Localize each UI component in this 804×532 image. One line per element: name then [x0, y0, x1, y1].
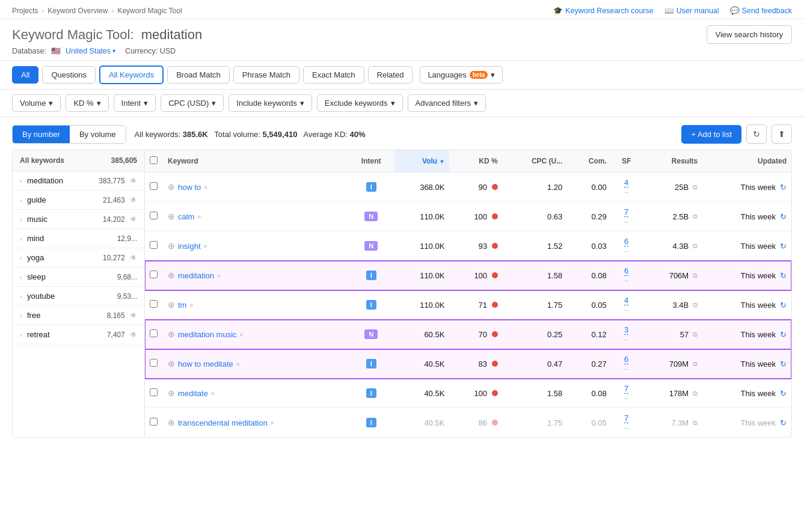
- refresh-row-icon[interactable]: ↻: [780, 418, 787, 427]
- country-selector[interactable]: United States ▾: [66, 47, 115, 55]
- updated-cell: This week ↻: [707, 301, 787, 310]
- copy-icon[interactable]: ⧉: [693, 183, 698, 191]
- add-to-list-button[interactable]: + Add to list: [681, 125, 741, 144]
- copy-icon[interactable]: ⧉: [693, 301, 698, 309]
- refresh-row-icon[interactable]: ↻: [780, 330, 787, 339]
- select-all-checkbox[interactable]: [150, 156, 158, 164]
- sf-value[interactable]: 6: [624, 266, 628, 276]
- refresh-row-icon[interactable]: ↻: [780, 271, 787, 280]
- row-checkbox[interactable]: [150, 418, 158, 426]
- header-volume[interactable]: Volu ▼: [394, 150, 449, 173]
- row-checkbox[interactable]: [150, 241, 158, 249]
- cpc-value: 1.75: [547, 418, 562, 427]
- header-cpc: CPC (U...: [503, 150, 568, 173]
- tab-all[interactable]: All: [12, 66, 38, 84]
- kd-dropdown[interactable]: KD % ▾: [66, 94, 108, 112]
- sf-value[interactable]: 4: [624, 178, 628, 188]
- volume-dropdown[interactable]: Volume ▾: [12, 94, 61, 112]
- updated-cell: This week ↻: [707, 271, 787, 280]
- refresh-row-icon[interactable]: ↻: [780, 183, 787, 192]
- row-checkbox[interactable]: [150, 271, 158, 278]
- keyword-cell: ⊕ meditation »: [168, 271, 343, 280]
- user-manual-link[interactable]: 📖 User manual: [664, 6, 719, 15]
- copy-icon[interactable]: ⧉: [693, 242, 698, 250]
- copy-icon[interactable]: ⧉: [693, 331, 698, 338]
- row-checkbox[interactable]: [150, 388, 158, 396]
- include-keywords-dropdown[interactable]: Include keywords ▾: [229, 94, 311, 112]
- breadcrumb-projects[interactable]: Projects: [12, 7, 38, 15]
- by-volume-button[interactable]: By volume: [70, 126, 126, 143]
- keyword-link[interactable]: transcendental meditation: [178, 418, 268, 427]
- sidebar-item[interactable]: › free 8,165 👁: [13, 306, 144, 325]
- keyword-course-link[interactable]: 🎓 Keyword Research course: [553, 6, 654, 15]
- sidebar-item[interactable]: › sleep 9,68...: [13, 268, 144, 287]
- eye-icon[interactable]: 👁: [130, 311, 137, 320]
- sf-value[interactable]: 6: [624, 355, 628, 364]
- keyword-link[interactable]: meditate: [178, 389, 208, 398]
- eye-icon[interactable]: 👁: [130, 254, 137, 262]
- copy-icon[interactable]: ⧉: [693, 272, 698, 280]
- exclude-keywords-dropdown[interactable]: Exclude keywords ▾: [317, 94, 403, 112]
- updated-value: This week: [740, 271, 776, 280]
- sidebar-item[interactable]: › retreat 7,407 👁: [13, 325, 144, 344]
- breadcrumb-keyword-overview[interactable]: Keyword Overview: [48, 7, 108, 15]
- copy-icon[interactable]: ⧉: [693, 419, 698, 427]
- sidebar-item[interactable]: › music 14,202 👁: [13, 210, 144, 229]
- sf-value[interactable]: 7: [624, 207, 628, 217]
- sidebar-item[interactable]: › guide 21,463 👁: [13, 191, 144, 210]
- refresh-row-icon[interactable]: ↻: [780, 301, 787, 310]
- refresh-row-icon[interactable]: ↻: [780, 212, 787, 221]
- tab-exact-match[interactable]: Exact Match: [303, 66, 364, 84]
- refresh-row-icon[interactable]: ↻: [780, 389, 787, 398]
- eye-icon[interactable]: 👁: [130, 331, 137, 339]
- keyword-link[interactable]: how to: [178, 183, 201, 192]
- sidebar-expand-icon: ›: [20, 216, 22, 223]
- keyword-link[interactable]: meditation: [178, 271, 214, 280]
- keyword-cell: ⊕ how to »: [168, 182, 343, 192]
- results-value: 178M: [669, 389, 689, 398]
- keyword-link[interactable]: how to meditate: [178, 359, 233, 368]
- row-checkbox[interactable]: [150, 329, 158, 337]
- advanced-filters-dropdown[interactable]: Advanced filters ▾: [408, 94, 486, 112]
- refresh-row-icon[interactable]: ↻: [780, 359, 787, 368]
- tab-related[interactable]: Related: [368, 66, 413, 84]
- refresh-row-icon[interactable]: ↻: [780, 242, 787, 251]
- tab-questions[interactable]: Questions: [42, 66, 96, 84]
- eye-icon[interactable]: 👁: [130, 177, 137, 185]
- eye-icon[interactable]: 👁: [130, 215, 137, 224]
- copy-icon[interactable]: ⧉: [693, 360, 698, 368]
- by-number-button[interactable]: By number: [13, 126, 70, 143]
- sf-value[interactable]: 3: [624, 325, 628, 335]
- eye-icon[interactable]: 👁: [130, 196, 137, 204]
- sidebar-item[interactable]: › meditation 383,775 👁: [13, 171, 144, 191]
- row-checkbox[interactable]: [150, 300, 158, 308]
- languages-button[interactable]: Languages beta ▾: [420, 66, 503, 84]
- sf-value[interactable]: 4: [624, 296, 628, 305]
- cpc-dropdown[interactable]: CPC (USD) ▾: [161, 94, 224, 112]
- sf-value[interactable]: 6: [624, 237, 628, 246]
- view-history-button[interactable]: View search history: [707, 25, 792, 44]
- keyword-link[interactable]: meditation music: [178, 330, 237, 339]
- copy-icon[interactable]: ⧉: [693, 390, 698, 397]
- tab-all-keywords[interactable]: All Keywords: [99, 66, 164, 84]
- row-checkbox[interactable]: [150, 182, 158, 190]
- refresh-button[interactable]: ↻: [746, 124, 767, 144]
- keyword-link[interactable]: tm: [178, 301, 186, 310]
- send-feedback-link[interactable]: 💬 Send feedback: [730, 6, 792, 15]
- search-keyword: meditation: [141, 27, 203, 42]
- results-cell: 7.3M ⧉: [646, 418, 698, 427]
- intent-dropdown[interactable]: Intent ▾: [114, 94, 156, 112]
- row-checkbox[interactable]: [150, 359, 158, 367]
- copy-icon[interactable]: ⧉: [693, 213, 698, 221]
- row-checkbox[interactable]: [150, 212, 158, 219]
- keyword-link[interactable]: calm: [178, 212, 194, 221]
- sf-value[interactable]: 7: [624, 384, 628, 394]
- export-button[interactable]: ⬆: [772, 124, 792, 144]
- sidebar-item[interactable]: › youtube 9,53...: [13, 287, 144, 306]
- tab-broad-match[interactable]: Broad Match: [167, 66, 230, 84]
- sf-value[interactable]: 7: [624, 414, 628, 423]
- keyword-link[interactable]: insight: [178, 242, 201, 251]
- sidebar-item[interactable]: › yoga 10,272 👁: [13, 248, 144, 268]
- sidebar-item[interactable]: › mind 12,9...: [13, 229, 144, 248]
- tab-phrase-match[interactable]: Phrase Match: [233, 66, 299, 84]
